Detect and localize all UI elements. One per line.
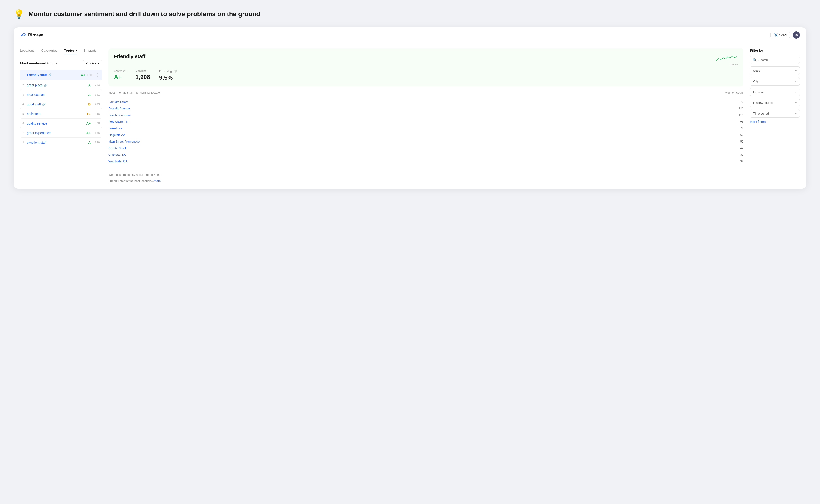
topics-chevron-icon: ▾ <box>76 49 77 52</box>
right-panel: Filter by 🔍 State ▾ City ▾ Location ▾ Re… <box>750 48 800 183</box>
state-chevron-icon: ▾ <box>795 69 797 72</box>
topic-row[interactable]: 7 great experience A+ 185 <box>20 128 102 138</box>
chart-label: All time <box>730 63 738 66</box>
mention-row: Beach Boulevard 113 <box>108 112 743 118</box>
filter-review-source-dropdown[interactable]: Review source ▾ <box>750 99 800 107</box>
sentiment-stat: Sentiment A+ <box>114 69 126 81</box>
review-source-chevron-icon: ▾ <box>795 101 797 104</box>
filter-state-dropdown[interactable]: State ▾ <box>750 66 800 75</box>
logo: Birdeye <box>20 32 43 38</box>
topic-detail-title: Friendly staff <box>114 53 145 59</box>
link-icon: 🔗 <box>48 73 52 76</box>
customer-says: What customers say about "friendly staff… <box>108 169 743 183</box>
topics-title: Most mentioned topics <box>20 61 57 65</box>
topic-row[interactable]: 8 excellent staff A 149 <box>20 138 102 147</box>
mentions-stat: Mentions 1,908 <box>135 69 150 81</box>
send-icon: ✈️ <box>774 33 778 37</box>
percentage-value: 9.5% <box>159 74 173 81</box>
link-icon: 🔗 <box>42 103 46 106</box>
avatar: JS <box>793 31 800 39</box>
search-icon: 🔍 <box>753 58 757 62</box>
mention-row: Woodside, CA 32 <box>108 158 743 165</box>
filter-city-dropdown[interactable]: City ▾ <box>750 77 800 86</box>
app-body: Locations Categories Topics ▾ Snippets M… <box>14 43 806 189</box>
app-topbar: Birdeye ✈️ Send JS <box>14 27 806 43</box>
mention-row: Presidio Avenue 121 <box>108 105 743 112</box>
location-chevron-icon: ▾ <box>795 91 797 94</box>
mentions-section: Most "friendly staff" mentions by locati… <box>108 91 743 165</box>
snippet-highlight: Friendly staff <box>108 179 125 183</box>
topics-list: 1 Friendly staff 🔗 A+ 1,908 ⋮ 2 great pl… <box>20 70 102 147</box>
left-panel: Locations Categories Topics ▾ Snippets M… <box>20 48 102 183</box>
topic-more-icon[interactable]: ⋮ <box>96 72 100 77</box>
filter-location-dropdown[interactable]: Location ▾ <box>750 88 800 96</box>
topic-row[interactable]: 6 quality service A+ 308 <box>20 119 102 128</box>
topic-row[interactable]: 2 great place 🔗 A 794 <box>20 80 102 90</box>
mention-row: Main Street Promenade 52 <box>108 138 743 145</box>
info-icon: ⓘ <box>174 70 177 73</box>
tab-categories[interactable]: Categories <box>41 48 58 55</box>
topbar-right: ✈️ Send JS <box>770 31 800 39</box>
mention-row: Coyote Creek 44 <box>108 145 743 151</box>
filter-title: Filter by <box>750 48 800 52</box>
mention-row: Fort Wayne, IN 96 <box>108 118 743 125</box>
bulb-icon: 💡 <box>14 9 24 19</box>
topics-header: Most mentioned topics Positive ▾ <box>20 60 102 66</box>
sentiment-chevron-icon: ▾ <box>97 61 99 65</box>
tab-topics[interactable]: Topics ▾ <box>64 48 77 55</box>
topic-row[interactable]: 3 nice location A 761 <box>20 90 102 99</box>
logo-text: Birdeye <box>28 33 43 38</box>
birdeye-logo-icon <box>20 32 26 38</box>
svg-point-0 <box>24 34 25 34</box>
send-button[interactable]: ✈️ Send <box>770 32 790 38</box>
mentions-list: East 3rd Street 270 Presidio Avenue 121 … <box>108 99 743 165</box>
mention-row: East 3rd Street 270 <box>108 99 743 105</box>
middle-panel: Friendly staff All time Sentiment A+ M <box>108 48 743 183</box>
sentiment-value: A+ <box>114 74 122 80</box>
topic-detail-stats: Sentiment A+ Mentions 1,908 Percentage ⓘ… <box>114 69 738 81</box>
topic-detail-card: Friendly staff All time Sentiment A+ M <box>108 48 743 86</box>
search-input[interactable] <box>759 58 797 62</box>
mention-row: Flagstaff, AZ 60 <box>108 132 743 138</box>
topic-row[interactable]: 5 no issues B- 346 <box>20 109 102 119</box>
mentions-header: Most "friendly staff" mentions by locati… <box>108 91 743 96</box>
app-card: Birdeye ✈️ Send JS Locations Categories <box>14 27 806 189</box>
topic-row[interactable]: 1 Friendly staff 🔗 A+ 1,908 ⋮ <box>20 70 102 80</box>
mention-row: Lakeshore 78 <box>108 125 743 132</box>
city-chevron-icon: ▾ <box>795 80 797 83</box>
mentions-value: 1,908 <box>135 74 150 80</box>
percentage-stat: Percentage ⓘ 9.5% <box>159 69 177 81</box>
more-filters-link[interactable]: More filters <box>750 120 800 124</box>
mention-row: Charlotte, NC 37 <box>108 151 743 158</box>
filter-search-box[interactable]: 🔍 <box>750 56 800 64</box>
tab-locations[interactable]: Locations <box>20 48 35 55</box>
filter-time-period-dropdown[interactable]: Time period ▾ <box>750 109 800 118</box>
topic-detail-header: Friendly staff All time <box>114 53 738 66</box>
page-header: 💡 Monitor customer sentiment and drill d… <box>14 9 806 19</box>
page-title: Monitor customer sentiment and drill dow… <box>28 10 260 18</box>
time-period-chevron-icon: ▾ <box>795 112 797 115</box>
sentiment-dropdown[interactable]: Positive ▾ <box>83 60 102 66</box>
snippet-more-link[interactable]: more <box>154 179 161 183</box>
tabs: Locations Categories Topics ▾ Snippets <box>20 48 102 55</box>
customer-says-title: What customers say about "friendly staff… <box>108 173 743 176</box>
tab-snippets[interactable]: Snippets <box>83 48 97 55</box>
link-icon: 🔗 <box>44 84 47 87</box>
sparkline-chart: All time <box>715 53 738 66</box>
topic-row[interactable]: 4 good staff 🔗 B 499 <box>20 99 102 109</box>
review-snippet: Friendly staff at the best location…more <box>108 179 743 183</box>
